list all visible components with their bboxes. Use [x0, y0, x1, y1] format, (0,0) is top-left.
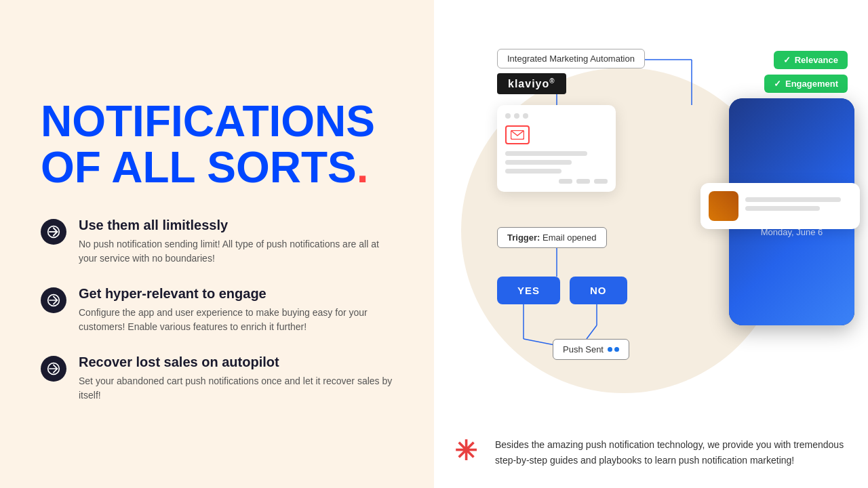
- feature-text-limitless: Use them all limitlessly No push notific…: [79, 218, 393, 266]
- feature-item-relevant: Get hyper-relevant to engage Configure t…: [41, 286, 393, 334]
- notification-avatar: [709, 191, 738, 221]
- trigger-label: Trigger: Email opened: [497, 227, 607, 248]
- email-icon: [505, 125, 530, 144]
- email-line-1: [505, 151, 587, 156]
- avatar-image: [709, 191, 738, 221]
- card-action-dots: [505, 179, 608, 184]
- asterisk-icon: ✳: [454, 437, 484, 464]
- dot-2: [514, 113, 519, 119]
- arrow-circle-icon-3: [41, 356, 66, 382]
- notif-line-1: [745, 197, 841, 202]
- ps-dot-2: [614, 347, 619, 352]
- klaviyo-logo: klaviyo®: [497, 73, 566, 94]
- title-line2: OF ALL SORTS.: [41, 145, 393, 190]
- card-dots: [505, 113, 608, 119]
- feature-item-limitless: Use them all limitlessly No push notific…: [41, 218, 393, 266]
- notif-line-2: [745, 206, 820, 211]
- feature-item-autopilot: Recover lost sales on autopilot Set your…: [41, 354, 393, 403]
- action-dot-1: [559, 179, 572, 184]
- bottom-note-text: Besides the amazing push notification te…: [495, 437, 848, 468]
- check-icon-engagement: ✓: [774, 79, 781, 89]
- push-sent-label: Push Sent: [553, 339, 629, 360]
- feature-list: Use them all limitlessly No push notific…: [41, 218, 393, 403]
- dot-3: [523, 113, 528, 119]
- action-dot-3: [594, 179, 608, 184]
- email-card: [497, 105, 616, 192]
- arrow-circle-icon-1: [41, 219, 66, 245]
- left-panel: NOTIFICATIONS OF ALL SORTS. Use them all…: [0, 0, 434, 488]
- check-icon-relevance: ✓: [783, 55, 791, 65]
- ps-dot-1: [608, 347, 612, 352]
- push-sent-dots: [608, 347, 619, 352]
- bottom-note: ✳ Besides the amazing push notification …: [454, 437, 848, 468]
- title-line1: NOTIFICATIONS: [41, 99, 393, 144]
- no-button[interactable]: NO: [570, 277, 627, 304]
- feature-text-autopilot: Recover lost sales on autopilot Set your…: [79, 354, 393, 403]
- relevance-badge: ✓ Relevance: [774, 51, 848, 69]
- main-title: NOTIFICATIONS OF ALL SORTS.: [41, 99, 393, 190]
- arrow-circle-icon-2: [41, 287, 66, 313]
- phone-notification-card: [701, 183, 860, 229]
- yes-button[interactable]: YES: [497, 277, 560, 304]
- email-line-2: [505, 160, 572, 165]
- engagement-badge: ✓ Engagement: [764, 75, 848, 93]
- action-dot-2: [576, 179, 590, 184]
- dot-1: [505, 113, 511, 119]
- feature-text-relevant: Get hyper-relevant to engage Configure t…: [79, 286, 393, 334]
- email-line-3: [505, 169, 561, 174]
- ima-label: Integrated Marketing Automation: [497, 49, 645, 68]
- notification-text-lines: [745, 197, 852, 215]
- right-panel: Integrated Marketing Automation ✓ Releva…: [434, 0, 868, 488]
